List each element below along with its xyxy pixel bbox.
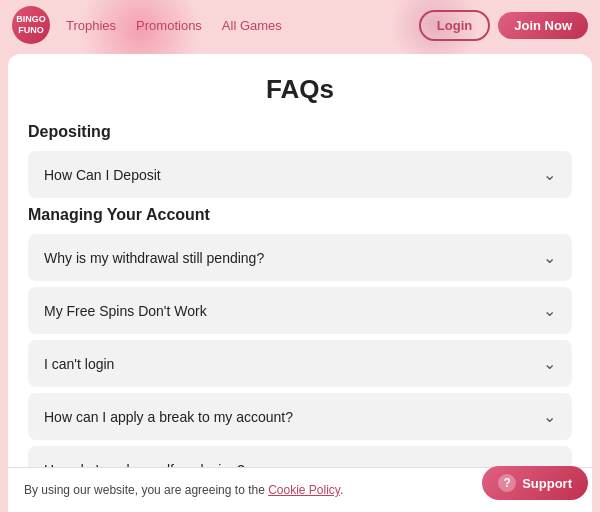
nav-promotions[interactable]: Promotions [136, 18, 202, 33]
faq-item-login[interactable]: I can't login ⌄ [28, 340, 572, 387]
faq-label-deposit: How Can I Deposit [44, 167, 161, 183]
main-nav: Trophies Promotions All Games [66, 18, 419, 33]
chevron-down-icon: ⌄ [543, 165, 556, 184]
logo[interactable]: BINGO FUNO [12, 6, 50, 44]
section-heading-depositing: Depositing [28, 123, 572, 141]
cookie-policy-link[interactable]: Cookie Policy [268, 483, 340, 497]
section-heading-managing: Managing Your Account [28, 206, 572, 224]
faq-item-withdrawal[interactable]: Why is my withdrawal still pending? ⌄ [28, 234, 572, 281]
faq-label-withdrawal: Why is my withdrawal still pending? [44, 250, 264, 266]
faq-item-break[interactable]: How can I apply a break to my account? ⌄ [28, 393, 572, 440]
nav-trophies[interactable]: Trophies [66, 18, 116, 33]
page-title: FAQs [28, 74, 572, 105]
chevron-down-icon: ⌄ [543, 301, 556, 320]
support-button[interactable]: ? Support [482, 466, 588, 500]
support-icon: ? [498, 474, 516, 492]
main-content: FAQs Depositing How Can I Deposit ⌄ Mana… [8, 54, 592, 508]
join-button[interactable]: Join Now [498, 12, 588, 39]
header-buttons: Login Join Now [419, 10, 588, 41]
support-label: Support [522, 476, 572, 491]
faq-item-deposit[interactable]: How Can I Deposit ⌄ [28, 151, 572, 198]
chevron-down-icon: ⌄ [543, 354, 556, 373]
chevron-down-icon: ⌄ [543, 407, 556, 426]
header: BINGO FUNO Trophies Promotions All Games… [0, 0, 600, 50]
faq-label-login: I can't login [44, 356, 114, 372]
faq-label-break: How can I apply a break to my account? [44, 409, 293, 425]
faq-item-free-spins[interactable]: My Free Spins Don't Work ⌄ [28, 287, 572, 334]
faq-label-free-spins: My Free Spins Don't Work [44, 303, 207, 319]
login-button[interactable]: Login [419, 10, 490, 41]
logo-icon: BINGO FUNO [12, 6, 50, 44]
chevron-down-icon: ⌄ [543, 248, 556, 267]
nav-all-games[interactable]: All Games [222, 18, 282, 33]
cookie-text: By using our website, you are agreeing t… [24, 483, 343, 497]
